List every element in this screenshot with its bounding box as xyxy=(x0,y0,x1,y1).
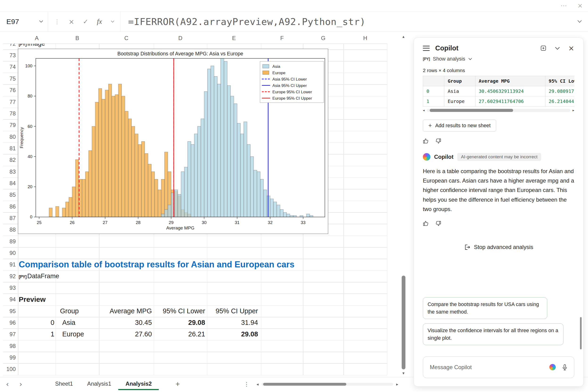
show-analysis-toggle[interactable]: [PY] Show analysis xyxy=(423,56,574,62)
add-results-button[interactable]: + Add results to new sheet xyxy=(423,120,496,132)
comparison-heading[interactable]: Comparison table of bootstrap results fo… xyxy=(19,259,387,270)
column-header-F[interactable]: F xyxy=(261,33,303,44)
scroll-right-icon[interactable]: ▸ xyxy=(396,382,398,386)
result-table-scrollbar[interactable]: ◂ ▸ xyxy=(423,108,574,112)
function-chevron-icon[interactable] xyxy=(111,20,114,23)
name-box-chevron-icon[interactable] xyxy=(39,20,43,23)
preview-header[interactable]: Average MPG xyxy=(99,305,152,317)
preview-header[interactable]: 95% CI Lower xyxy=(154,305,205,317)
horizontal-scroll-thumb[interactable] xyxy=(263,383,346,386)
column-header-B[interactable]: B xyxy=(56,33,99,44)
row-header-90[interactable]: 90 xyxy=(3,247,16,259)
vertical-scroll-thumb[interactable] xyxy=(402,276,406,370)
window-close-icon[interactable]: × xyxy=(578,2,583,9)
row-header-100[interactable]: 100 xyxy=(3,363,16,375)
preview-ci-upper[interactable]: 31.94 xyxy=(207,317,258,328)
preview-group[interactable]: Asia xyxy=(62,317,99,328)
preview-label[interactable]: Preview xyxy=(19,294,99,305)
row-header-84[interactable]: 84 xyxy=(3,178,16,189)
preview-header[interactable]: 95% CI Upper xyxy=(207,305,258,317)
row-header-76[interactable]: 76 xyxy=(3,84,16,96)
column-header-D[interactable]: D xyxy=(154,33,207,44)
row-header-92[interactable]: 92 xyxy=(3,270,16,282)
row-header-91[interactable]: 91 xyxy=(3,259,16,270)
column-header-E[interactable]: E xyxy=(207,33,261,44)
row-header-73[interactable]: 73 xyxy=(3,50,16,61)
tab-sheet1[interactable]: Sheet1 xyxy=(48,377,80,390)
preview-group[interactable]: Europe xyxy=(62,328,99,340)
row-header-94[interactable]: 94 xyxy=(3,294,16,305)
thumbs-up-icon[interactable] xyxy=(423,220,429,226)
message-input[interactable] xyxy=(429,364,544,371)
formula-input[interactable]: =IFERROR(A92.arrayPreview,A92.Python_str… xyxy=(120,16,577,27)
row-header-75[interactable]: 75 xyxy=(3,73,16,84)
cancel-entry-icon[interactable]: × xyxy=(68,18,74,26)
prev-sheet-icon[interactable]: ‹ xyxy=(6,380,9,388)
row-header-78[interactable]: 78 xyxy=(3,108,16,119)
row-header-87[interactable]: 87 xyxy=(3,212,16,224)
row-header-88[interactable]: 88 xyxy=(3,224,16,235)
column-header-A[interactable]: A xyxy=(18,33,55,44)
row-header-83[interactable]: 83 xyxy=(3,166,16,178)
copilot-scrollbar[interactable] xyxy=(580,317,582,349)
new-chat-icon[interactable] xyxy=(540,45,546,51)
preview-avg-mpg[interactable]: 30.45 xyxy=(99,317,152,328)
horizontal-scroll-track[interactable] xyxy=(262,383,393,386)
row-header-98[interactable]: 98 xyxy=(3,340,16,352)
scroll-left-icon[interactable]: ◂ xyxy=(256,382,259,386)
result-table[interactable]: Group Average MPG 95% CI Lower 0 Asia 30… xyxy=(423,76,574,106)
suggestion-chip[interactable]: Compare the bootstrap results for USA ca… xyxy=(423,297,547,319)
thumbs-up-icon[interactable] xyxy=(423,138,429,144)
row-header-99[interactable]: 99 xyxy=(3,352,16,363)
copilot-close-icon[interactable]: × xyxy=(568,44,574,52)
horizontal-scrollbar[interactable]: ◂ ▸ xyxy=(256,377,398,391)
formula-bar-expand-icon[interactable] xyxy=(577,20,582,23)
copilot-menu-icon[interactable] xyxy=(423,46,430,51)
column-header-G[interactable]: G xyxy=(303,33,344,44)
new-sheet-icon[interactable]: + xyxy=(176,377,180,391)
row-header-77[interactable]: 77 xyxy=(3,96,16,108)
preview-ci-lower[interactable]: 26.21 xyxy=(154,328,205,340)
thumbs-down-icon[interactable] xyxy=(435,220,441,226)
row-header-86[interactable]: 86 xyxy=(3,201,16,212)
window-more-icon[interactable]: ⋯ xyxy=(560,2,567,9)
column-header-H[interactable]: H xyxy=(344,33,387,44)
suggestion-chip[interactable]: Visualize the confidence intervals for a… xyxy=(423,324,564,345)
row-header-74[interactable]: 74 xyxy=(3,61,16,72)
drag-handle-icon[interactable]: ⋮ xyxy=(54,18,60,25)
row-header-80[interactable]: 80 xyxy=(3,131,16,142)
row-header-72[interactable]: 72 xyxy=(3,44,16,50)
row-header-81[interactable]: 81 xyxy=(3,142,16,154)
row-header-89[interactable]: 89 xyxy=(3,236,16,247)
embedded-chart-image[interactable]: 252627282930313233020406080100Bootstrap … xyxy=(18,49,328,234)
stop-advanced-analysis-button[interactable]: Stop advanced analysis xyxy=(464,244,533,251)
row-header-93[interactable]: 93 xyxy=(3,282,16,294)
row-header-85[interactable]: 85 xyxy=(3,189,16,200)
row-header-79[interactable]: 79 xyxy=(3,119,16,131)
microphone-icon[interactable] xyxy=(562,364,568,371)
spreadsheet-grid[interactable]: ABCDEFGH72737475767778798081828384858687… xyxy=(0,33,410,377)
preview-ci-lower[interactable]: 29.08 xyxy=(154,317,205,328)
vertical-scrollbar[interactable]: ▴ ▾ xyxy=(398,33,409,377)
confirm-entry-icon[interactable]: ✓ xyxy=(83,18,88,25)
next-sheet-icon[interactable]: › xyxy=(19,380,22,388)
table-scroll-left-icon[interactable]: ◂ xyxy=(423,108,424,112)
row-header-97[interactable]: 97 xyxy=(3,328,16,340)
insert-function-icon[interactable]: fx xyxy=(97,18,102,26)
name-box[interactable]: E97 xyxy=(0,12,48,32)
preview-index[interactable]: 0 xyxy=(18,317,54,328)
preview-avg-mpg[interactable]: 27.60 xyxy=(99,328,152,340)
column-header-C[interactable]: C xyxy=(99,33,154,44)
table-scroll-right-icon[interactable]: ▸ xyxy=(572,108,574,112)
tab-analysis1[interactable]: Analysis1 xyxy=(80,377,118,390)
row-header-82[interactable]: 82 xyxy=(3,154,16,166)
row-header-95[interactable]: 95 xyxy=(3,305,16,317)
row-header-96[interactable]: 96 xyxy=(3,317,16,328)
copilot-sparkle-icon[interactable] xyxy=(549,364,556,370)
scroll-up-icon[interactable]: ▴ xyxy=(398,34,409,39)
tab-analysis2[interactable]: Analysis2 xyxy=(118,377,159,390)
py-dataframe-cell[interactable]: [PY]DataFrame xyxy=(19,270,154,282)
preview-header[interactable]: Group xyxy=(60,305,99,317)
collapse-panel-chevron-icon[interactable] xyxy=(555,47,560,50)
preview-index[interactable]: 1 xyxy=(18,328,54,340)
